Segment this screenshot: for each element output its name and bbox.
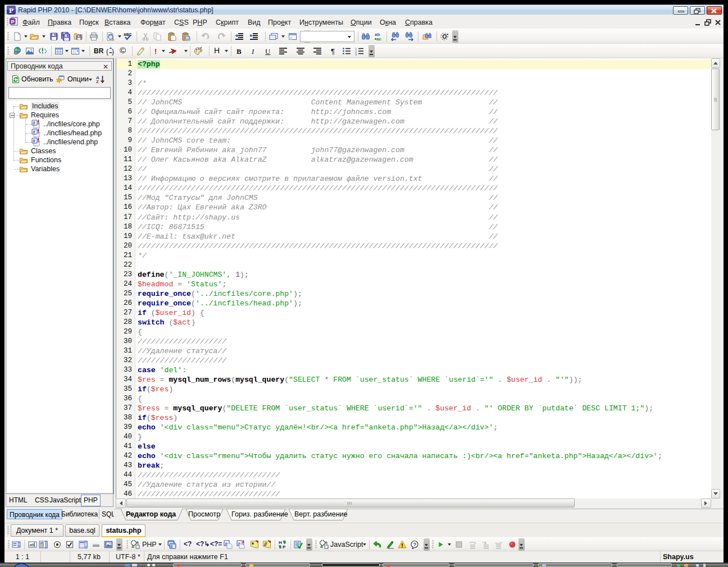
- svg-text:3: 3: [355, 53, 357, 56]
- svg-text:(: (: [106, 48, 108, 56]
- svg-text:H: H: [279, 540, 282, 545]
- svg-text:O: O: [443, 34, 447, 40]
- svg-text:P: P: [283, 545, 286, 549]
- svg-text:ac: ac: [376, 36, 381, 41]
- svg-text:): ): [112, 48, 114, 56]
- svg-text:*: *: [252, 542, 254, 548]
- svg-text:!: !: [154, 47, 157, 56]
- svg-text:P: P: [9, 6, 13, 15]
- svg-text:P: P: [11, 19, 15, 25]
- svg-text:cd: cd: [40, 544, 44, 548]
- svg-text:?: ?: [413, 541, 417, 547]
